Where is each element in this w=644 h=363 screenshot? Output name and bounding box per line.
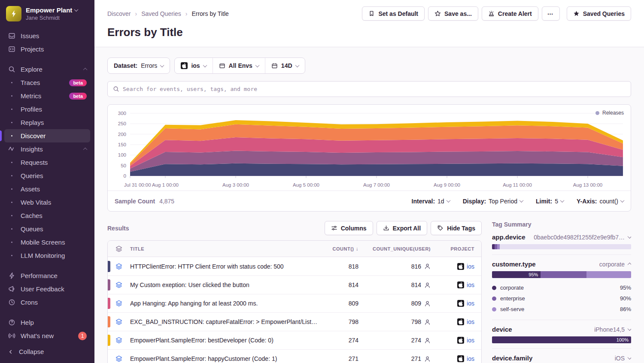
interval-dropdown[interactable]: Interval:1d bbox=[412, 198, 450, 205]
sidebar-section-insights[interactable]: Insights bbox=[4, 142, 90, 156]
column-header-title[interactable]: TITLE bbox=[130, 246, 325, 251]
limit-dropdown[interactable]: Limit:5 bbox=[536, 198, 564, 205]
row-title-link[interactable]: My Custom exeption: User clicked the but… bbox=[130, 281, 325, 288]
layers-icon bbox=[108, 337, 130, 344]
sidebar-item-issues[interactable]: Issues bbox=[4, 29, 90, 42]
row-title-link[interactable]: HTTPClientError: HTTP Client Error with … bbox=[130, 263, 325, 270]
sidebar-item-label: Issues bbox=[21, 32, 39, 39]
more-actions-button[interactable]: ⋯ bbox=[542, 6, 560, 21]
sidebar-item-user-feedback[interactable]: User Feedback bbox=[4, 282, 90, 296]
row-title-link[interactable]: EXC_BAD_INSTRUCTION: captureFatalError: … bbox=[130, 318, 325, 325]
row-title-link[interactable]: EmpowerPlant.SampleError: happyCustomer … bbox=[130, 355, 325, 362]
table-row: HTTPClientError: HTTP Client Error with … bbox=[108, 257, 481, 275]
create-alert-button[interactable]: Create Alert bbox=[482, 6, 538, 21]
tag-section-header[interactable]: device iPhone14,5 bbox=[492, 326, 631, 333]
column-header-project[interactable]: PROJECT bbox=[437, 246, 481, 251]
sidebar-item-label: Web Vitals bbox=[21, 199, 51, 206]
releases-legend[interactable]: Releases bbox=[595, 110, 624, 116]
apple-platform-icon bbox=[457, 318, 464, 325]
display-dropdown[interactable]: Display:Top Period bbox=[463, 198, 523, 205]
apple-platform-icon bbox=[457, 263, 464, 270]
project-filter[interactable]: ios bbox=[175, 58, 212, 73]
set-as-default-button[interactable]: Set as Default bbox=[362, 6, 425, 21]
project-link[interactable]: ios bbox=[467, 355, 474, 362]
tag-section-header[interactable]: customer.type corporate bbox=[492, 260, 631, 268]
sidebar-item-assets[interactable]: Assets bbox=[4, 182, 90, 196]
sidebar-item-caches[interactable]: Caches bbox=[4, 209, 90, 222]
sidebar-item-traces[interactable]: Traces beta bbox=[4, 76, 90, 89]
sidebar-item-mobile-screens[interactable]: Mobile Screens bbox=[4, 236, 90, 249]
bullet-icon bbox=[8, 119, 15, 127]
save-as-button[interactable]: Save as... bbox=[428, 6, 478, 21]
sidebar-item-label: Crons bbox=[21, 299, 38, 306]
active-indicator bbox=[0, 130, 2, 141]
search-input[interactable] bbox=[123, 86, 626, 92]
series-color-chip bbox=[108, 316, 110, 327]
notification-badge: 1 bbox=[78, 332, 87, 340]
row-title-link[interactable]: EmpowerPlant.SampleError: bestDeveloper … bbox=[130, 337, 325, 344]
sidebar-item-queries[interactable]: Queries bbox=[4, 169, 90, 182]
sidebar-item-profiles[interactable]: Profiles bbox=[4, 103, 90, 116]
row-unique: 814 bbox=[411, 281, 421, 288]
environment-filter[interactable]: All Envs bbox=[213, 58, 265, 73]
chevron-down-icon bbox=[628, 327, 631, 331]
sidebar-item-discover[interactable]: Discover bbox=[4, 129, 90, 142]
user-icon bbox=[424, 319, 431, 325]
columns-button[interactable]: Columns bbox=[325, 221, 373, 235]
date-range-filter[interactable]: 14D bbox=[265, 58, 305, 73]
sidebar-item-llm-monitoring[interactable]: LLM Monitoring bbox=[4, 249, 90, 262]
broadcast-icon bbox=[8, 332, 15, 340]
star-filled-icon bbox=[573, 10, 580, 17]
sidebar-item-projects[interactable]: Projects bbox=[4, 42, 90, 56]
tag-section-header[interactable]: app.device 0baebc0de4982f1255f2e9e9fb7… bbox=[492, 233, 631, 241]
row-title-link[interactable]: App Hanging: App hanging for at least 20… bbox=[130, 300, 325, 307]
saved-queries-button[interactable]: Saved Queries bbox=[567, 6, 631, 21]
lightning-logo-icon bbox=[9, 9, 18, 18]
user-icon bbox=[424, 263, 431, 269]
sidebar-item-web-vitals[interactable]: Web Vitals bbox=[4, 196, 90, 209]
project-link[interactable]: ios bbox=[467, 337, 474, 344]
hide-tags-button[interactable]: Hide Tags bbox=[431, 221, 482, 235]
collapse-button[interactable]: Collapse bbox=[0, 344, 94, 363]
sidebar-item-metrics[interactable]: Metrics beta bbox=[4, 89, 90, 103]
bullet-icon bbox=[8, 185, 15, 193]
sidebar-item-label: Projects bbox=[21, 45, 44, 53]
dataset-dropdown[interactable]: Dataset: Errors bbox=[107, 57, 170, 74]
bullet-icon bbox=[8, 199, 15, 206]
svg-text:0: 0 bbox=[124, 173, 126, 178]
column-header-unique[interactable]: COUNT_UNIQUE(USER) bbox=[365, 246, 437, 251]
sidebar-section-explore[interactable]: Explore bbox=[4, 63, 90, 76]
org-user: Jane Schmidt bbox=[26, 15, 78, 21]
project-link[interactable]: ios bbox=[467, 300, 474, 307]
sidebar-item-queues[interactable]: Queues bbox=[4, 222, 90, 236]
export-all-button[interactable]: Export All bbox=[377, 221, 428, 235]
sidebar-item-requests[interactable]: Requests bbox=[4, 156, 90, 169]
breadcrumb-saved-queries[interactable]: Saved Queries bbox=[141, 10, 181, 17]
bullet-icon bbox=[8, 225, 15, 233]
org-switcher[interactable]: Empower Plant Jane Schmidt bbox=[0, 0, 94, 26]
sidebar-item-help[interactable]: Help bbox=[4, 316, 90, 329]
sidebar-item-replays[interactable]: Replays bbox=[4, 116, 90, 129]
apple-platform-icon bbox=[181, 62, 188, 69]
project-link[interactable]: ios bbox=[467, 281, 474, 288]
apple-platform-icon bbox=[457, 281, 464, 288]
chevron-down-icon bbox=[628, 355, 631, 360]
row-unique: 809 bbox=[411, 300, 421, 307]
sidebar-item-performance[interactable]: Performance bbox=[4, 269, 90, 282]
project-link[interactable]: ios bbox=[467, 318, 474, 325]
sidebar-item-crons[interactable]: Crons bbox=[4, 296, 90, 309]
row-unique: 798 bbox=[411, 318, 421, 325]
tag-section-header[interactable]: device.family iOS bbox=[492, 354, 631, 362]
sidebar-item-whats-new[interactable]: What's new 1 bbox=[4, 329, 90, 342]
chevron-up-icon bbox=[628, 263, 631, 267]
chevron-up-icon bbox=[83, 148, 88, 152]
series-color-chip bbox=[108, 279, 110, 290]
apple-platform-icon bbox=[457, 355, 464, 362]
project-link[interactable]: ios bbox=[467, 263, 474, 270]
sidebar-item-label: User Feedback bbox=[21, 285, 64, 293]
bullet-icon bbox=[8, 79, 15, 87]
column-header-count[interactable]: COUNT()↓ bbox=[325, 246, 365, 252]
yaxis-dropdown[interactable]: Y-Axis:count() bbox=[577, 198, 624, 205]
breadcrumb-discover[interactable]: Discover bbox=[107, 10, 131, 17]
row-unique: 816 bbox=[411, 263, 421, 270]
